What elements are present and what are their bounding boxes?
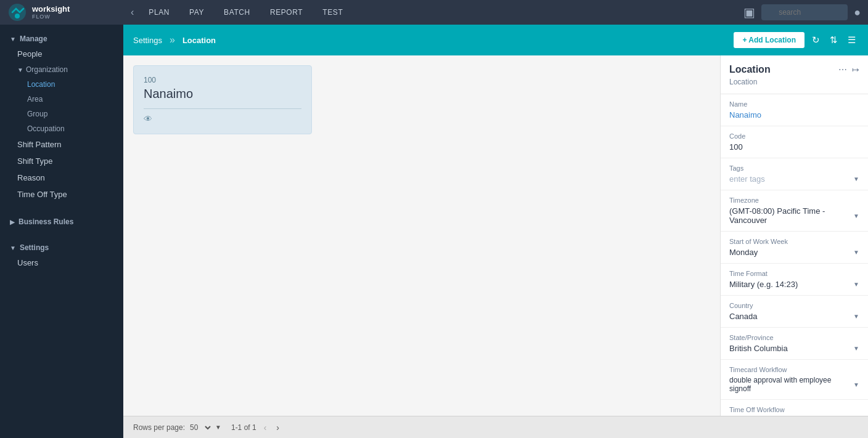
- business-rules-group[interactable]: ▶ Business Rules: [0, 213, 123, 229]
- settings-group[interactable]: ▼ Settings: [0, 238, 123, 254]
- timecard-workflow-value: double approval with employee signoff: [729, 376, 853, 393]
- nav-batch[interactable]: BATCH: [214, 0, 260, 25]
- location-card[interactable]: 100 Nanaimo 👁: [133, 65, 312, 134]
- logo-area: worksight FLOW: [7, 2, 131, 22]
- svg-point-1: [15, 14, 20, 18]
- sort-button[interactable]: ⇅: [827, 32, 840, 48]
- state-province-dropdown[interactable]: British Columbia ▼: [729, 344, 859, 353]
- sidebar-item-shift-pattern[interactable]: Shift Pattern: [0, 136, 123, 153]
- panel-more-button[interactable]: ⋯: [838, 65, 847, 75]
- start-of-work-week-arrow: ▼: [853, 249, 859, 256]
- nav-pay[interactable]: PAY: [179, 0, 214, 25]
- country-field: Country Canada ▼: [721, 296, 868, 328]
- state-province-field: State/Province British Columbia ▼: [721, 328, 868, 360]
- state-province-arrow: ▼: [853, 345, 859, 352]
- search-input[interactable]: [761, 4, 848, 20]
- name-value[interactable]: Nanaimo: [729, 110, 859, 120]
- tags-label: Tags: [729, 164, 859, 172]
- right-panel-title: Location: [729, 64, 771, 75]
- users-label: Users: [17, 258, 38, 267]
- timezone-label: Timezone: [729, 197, 859, 204]
- country-label: Country: [729, 302, 859, 309]
- code-label: Code: [729, 132, 859, 140]
- breadcrumb-parent: Settings: [133, 36, 162, 45]
- organization-group[interactable]: ▼ Organization: [0, 62, 123, 77]
- country-dropdown[interactable]: Canada ▼: [729, 312, 859, 321]
- timecard-workflow-arrow: ▼: [853, 381, 859, 388]
- manage-label: Manage: [20, 34, 47, 43]
- next-page-button[interactable]: ›: [274, 421, 282, 434]
- settings-label: Settings: [20, 243, 49, 252]
- time-format-dropdown[interactable]: Military (e.g. 14:23) ▼: [729, 280, 859, 289]
- start-of-work-week-dropdown[interactable]: Monday ▼: [729, 248, 859, 257]
- subheader: Settings » Location + Add Location ↻ ⇅ ☰: [123, 25, 868, 55]
- location-label: Location: [27, 80, 55, 89]
- rows-select[interactable]: 50 25 100: [187, 423, 213, 432]
- br-arrow: ▶: [10, 219, 15, 225]
- logo-icon: [7, 2, 27, 22]
- logo-sub: FLOW: [32, 14, 70, 20]
- tags-field: Tags enter tags ▼: [721, 158, 868, 190]
- business-rules-label: Business Rules: [18, 217, 73, 226]
- time-off-workflow-field: Time Off Workflow single approval with e…: [721, 400, 868, 416]
- tags-placeholder[interactable]: enter tags: [729, 174, 765, 184]
- sidebar-item-area[interactable]: Area: [0, 92, 123, 107]
- code-field: Code 100: [721, 126, 868, 158]
- start-of-work-week-label: Start of Work Week: [729, 238, 859, 245]
- sidebar-item-shift-type[interactable]: Shift Type: [0, 153, 123, 169]
- breadcrumb-separator: »: [170, 34, 175, 46]
- breadcrumb-current: Location: [182, 36, 216, 45]
- people-label: People: [17, 49, 42, 59]
- right-panel-header: Location ⋯ ↦: [721, 55, 868, 78]
- nav-right: ▣ 🔍 ●: [743, 4, 861, 20]
- name-label: Name: [729, 100, 859, 108]
- body-area: ▼ Manage People ▼ Organization Location …: [0, 25, 868, 438]
- business-rules-section: ▶ Business Rules: [0, 208, 123, 233]
- nav-add-button[interactable]: ▣: [743, 5, 755, 20]
- prev-page-button[interactable]: ‹: [261, 421, 269, 434]
- filter-button[interactable]: ☰: [845, 32, 858, 48]
- sidebar-item-group[interactable]: Group: [0, 107, 123, 121]
- nav-links: PLAN PAY BATCH REPORT TEST: [139, 0, 743, 25]
- settings-arrow: ▼: [10, 245, 16, 251]
- sidebar-item-users[interactable]: Users: [0, 254, 123, 271]
- sidebar-item-occupation[interactable]: Occupation: [0, 121, 123, 136]
- org-label: Organization: [26, 65, 68, 74]
- main-area: Settings » Location + Add Location ↻ ⇅ ☰…: [123, 25, 868, 438]
- nav-report[interactable]: REPORT: [260, 0, 313, 25]
- refresh-button[interactable]: ↻: [809, 32, 822, 48]
- sidebar-item-reason[interactable]: Reason: [0, 169, 123, 186]
- sidebar-item-location[interactable]: Location: [0, 77, 123, 92]
- rows-per-page: Rows per page: 50 25 100 ▼: [133, 423, 221, 432]
- time-off-workflow-label: Time Off Workflow: [729, 406, 859, 413]
- timecard-workflow-dropdown[interactable]: double approval with employee signoff ▼: [729, 376, 859, 393]
- sidebar: ▼ Manage People ▼ Organization Location …: [0, 25, 123, 438]
- nav-plan[interactable]: PLAN: [139, 0, 179, 25]
- add-location-button[interactable]: + Add Location: [734, 32, 805, 48]
- timezone-field: Timezone (GMT-08:00) Pacific Time - Vanc…: [721, 190, 868, 232]
- card-view-button[interactable]: 👁: [144, 114, 152, 124]
- sidebar-item-time-off-type[interactable]: Time Off Type: [0, 186, 123, 203]
- sidebar-item-people[interactable]: People: [0, 46, 123, 62]
- nav-back-button[interactable]: ‹: [131, 7, 134, 18]
- shift-pattern-label: Shift Pattern: [17, 140, 62, 149]
- timezone-dropdown[interactable]: (GMT-08:00) Pacific Time - Vancouver ▼: [729, 206, 859, 225]
- time-format-arrow: ▼: [853, 281, 859, 288]
- timezone-arrow: ▼: [853, 213, 859, 219]
- panel-expand-button[interactable]: ↦: [852, 65, 859, 75]
- start-of-work-week-field: Start of Work Week Monday ▼: [721, 232, 868, 264]
- tags-wrap: enter tags ▼: [729, 174, 859, 184]
- user-icon[interactable]: ●: [854, 6, 861, 19]
- shift-type-label: Shift Type: [17, 156, 53, 166]
- card-name: Nanaimo: [144, 87, 301, 101]
- right-panel: Location ⋯ ↦ Location Name Nanaimo Code …: [720, 55, 868, 416]
- time-format-value: Military (e.g. 14:23): [729, 280, 798, 289]
- manage-group[interactable]: ▼ Manage: [0, 30, 123, 46]
- top-nav: worksight FLOW ‹ PLAN PAY BATCH REPORT T…: [0, 0, 868, 25]
- timecard-workflow-label: Timecard Workflow: [729, 366, 859, 373]
- name-field: Name Nanaimo: [721, 94, 868, 126]
- org-arrow: ▼: [17, 67, 23, 73]
- page-info: 1-1 of 1: [231, 423, 256, 432]
- nav-test[interactable]: TEST: [313, 0, 353, 25]
- time-format-field: Time Format Military (e.g. 14:23) ▼: [721, 264, 868, 296]
